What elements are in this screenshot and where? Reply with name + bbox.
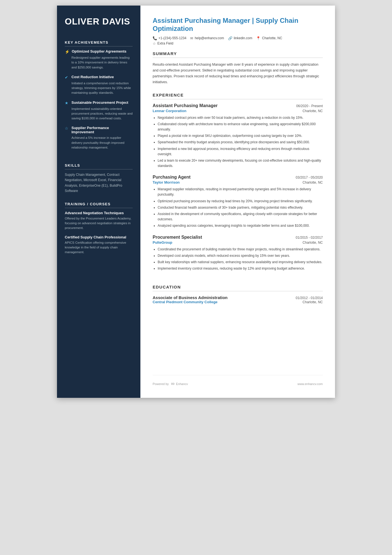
bullet-item: Managed supplier relationships, resultin… [158, 187, 323, 197]
extra-icon: ☆ [153, 41, 156, 46]
exp-company: PulteGroup [153, 240, 172, 245]
exp-role: Purchasing Agent [153, 175, 190, 180]
resume-wrapper: OLIVER DAVIS KEY ACHIEVEMENTS ⚡ Optimize… [57, 6, 335, 398]
training-course-title: Certified Supply Chain Professional [65, 235, 133, 239]
phone-contact: 📞 +1-(234)-555-1234 [153, 36, 186, 40]
achievement-desc: Redesigned supplier agreements leading t… [65, 55, 133, 70]
location-contact: 📍 Charlotte, NC [256, 36, 282, 40]
contact-row: 📞 +1-(234)-555-1234 ✉ help@enhancv.com 🔗… [153, 36, 323, 40]
achievement-item: ★ Sustainable Procurement Project Implem… [65, 100, 133, 121]
bullet-item: Negotiated contract prices with over 50 … [158, 115, 323, 120]
training-course-desc: APICS Certification offering comprehensi… [65, 240, 133, 255]
exp-role: Procurement Specialist [153, 235, 202, 240]
website-contact: 🔗 linkedin.com [228, 36, 252, 40]
bullet-item: Conducted financial health assessments o… [158, 205, 323, 210]
checkmark-icon: ✔ [65, 75, 69, 80]
training-item: Advanced Negotiation Techniques Offered … [65, 211, 133, 231]
achievement-title: Sustainable Procurement Project [71, 100, 128, 105]
main-content: Assistant Purchasing Manager | Supply Ch… [140, 6, 335, 398]
exp-location: Charlotte, NC [302, 109, 323, 113]
edu-location: Charlotte, NC [302, 300, 323, 304]
bullet-item: Analyzed spending across categories, lev… [158, 223, 323, 228]
star-outline-icon: ☆ [65, 126, 69, 130]
edu-date: 01/2012 - 01/2014 [296, 296, 323, 300]
main-header: Assistant Purchasing Manager | Supply Ch… [153, 17, 323, 46]
achievement-title: Cost Reduction Initiative [71, 75, 114, 79]
exp-location: Charlotte, NC [302, 241, 323, 245]
location-text: Charlotte, NC [262, 36, 282, 40]
logo-icon: ∞ [171, 381, 175, 387]
phone-icon: 📞 [153, 36, 157, 40]
bullet-item: Spearheaded the monthly budget analysis … [158, 140, 323, 145]
summary-text: Results-oriented Assistant Purchasing Ma… [153, 62, 323, 85]
bullet-item: Developed cost analysis models, which re… [158, 253, 323, 258]
bullet-item: Assisted in the development of community… [158, 211, 323, 222]
education-section: EDUCATION Associate of Business Administ… [153, 285, 323, 308]
exp-bullets: Negotiated contract prices with over 50 … [153, 115, 323, 169]
training-course-desc: Offered by the Procurement Leaders Acade… [65, 216, 133, 231]
extra-field-row: ☆ Extra Field [153, 41, 323, 46]
exp-date: 01/2015 - 02/2017 [296, 236, 323, 240]
edu-degree: Associate of Business Administration [153, 295, 228, 300]
experience-item: Purchasing Agent 03/2017 - 05/2020 Taylo… [153, 175, 323, 228]
skills-section: SKILLS Supply Chain Management, Contract… [65, 163, 133, 194]
experience-section-title: EXPERIENCE [153, 93, 323, 99]
edu-school: Central Piedmont Community College [153, 300, 217, 304]
exp-company: Lennar Corporation [153, 109, 186, 113]
training-course-title: Advanced Negotiation Techniques [65, 211, 133, 215]
achievements-section: KEY ACHIEVEMENTS ⚡ Optimized Supplier Ag… [65, 40, 133, 155]
footer: Powered by ∞ Enhancv www.enhancv.com [153, 375, 323, 387]
achievement-item: ✔ Cost Reduction Initiative Initiated a … [65, 75, 133, 95]
bullet-item: Optimized purchasing processes by reduci… [158, 199, 323, 204]
email-text: help@enhancv.com [195, 36, 224, 40]
exp-bullets: Managed supplier relationships, resultin… [153, 187, 323, 228]
skills-title: SKILLS [65, 163, 133, 169]
bullet-item: Led a team to execute 20+ new community … [158, 158, 323, 169]
skills-text: Supply Chain Management, Contract Negoti… [65, 172, 133, 194]
enhancv-logo: ∞ Enhancv [171, 381, 188, 387]
sidebar: OLIVER DAVIS KEY ACHIEVEMENTS ⚡ Optimize… [57, 6, 140, 398]
exp-date: 03/2017 - 05/2020 [296, 176, 323, 179]
candidate-name: OLIVER DAVIS [65, 17, 133, 26]
achievement-item: ⚡ Optimized Supplier Agreements Redesign… [65, 49, 133, 70]
achievements-title: KEY ACHIEVEMENTS [65, 40, 133, 46]
exp-company: Taylor Morrison [153, 180, 180, 184]
bullet-item: Implemented inventory control measures, … [158, 266, 323, 271]
job-title: Assistant Purchasing Manager | Supply Ch… [153, 17, 323, 33]
footer-url: www.enhancv.com [297, 382, 323, 386]
summary-section-title: SUMMARY [153, 51, 323, 58]
exp-date: 06/2020 - Present [296, 104, 323, 108]
exp-role: Assistant Purchasing Manager [153, 103, 218, 108]
exp-bullets: Coordinated the procurement of building … [153, 247, 323, 272]
lightning-icon: ⚡ [65, 50, 70, 54]
experience-section: EXPERIENCE Assistant Purchasing Manager … [153, 93, 323, 278]
training-item: Certified Supply Chain Professional APIC… [65, 235, 133, 255]
experience-item: Assistant Purchasing Manager 06/2020 - P… [153, 103, 323, 169]
bullet-item: Built key relationships with national su… [158, 260, 323, 265]
brand-name: Enhancv [176, 382, 188, 386]
bullet-item: Coordinated the procurement of building … [158, 247, 323, 252]
experience-item: Procurement Specialist 01/2015 - 02/2017… [153, 235, 323, 272]
email-icon: ✉ [190, 36, 193, 40]
achievement-desc: Initiated a comprehensive cost reduction… [65, 81, 133, 95]
achievement-desc: Implemented sustainability-oriented proc… [65, 107, 133, 121]
bullet-item: Collaborated closely with architecture t… [158, 122, 323, 132]
exp-location: Charlotte, NC [302, 181, 323, 184]
phone-text: +1-(234)-555-1234 [158, 36, 186, 40]
training-section: TRAINING / COURSES Advanced Negotiation … [65, 202, 133, 259]
powered-by-text: Powered by [153, 382, 169, 386]
website-text: linkedin.com [234, 36, 252, 40]
bullet-item: Implemented a new bid approval process, … [158, 146, 323, 157]
link-icon: 🔗 [228, 36, 232, 40]
extra-field-text: Extra Field [157, 41, 173, 45]
location-icon: 📍 [256, 36, 260, 40]
star-filled-icon: ★ [65, 101, 69, 105]
education-item: Associate of Business Administration 01/… [153, 295, 323, 304]
footer-left: Powered by ∞ Enhancv [153, 381, 188, 387]
achievement-title: Optimized Supplier Agreements [72, 49, 126, 53]
achievement-title: Supplier Performance Improvement [71, 126, 133, 134]
education-section-title: EDUCATION [153, 285, 323, 291]
achievement-item: ☆ Supplier Performance Improvement Achie… [65, 126, 133, 150]
training-title: TRAINING / COURSES [65, 202, 133, 208]
bullet-item: Played a pivotal role in regional SKU op… [158, 133, 323, 139]
